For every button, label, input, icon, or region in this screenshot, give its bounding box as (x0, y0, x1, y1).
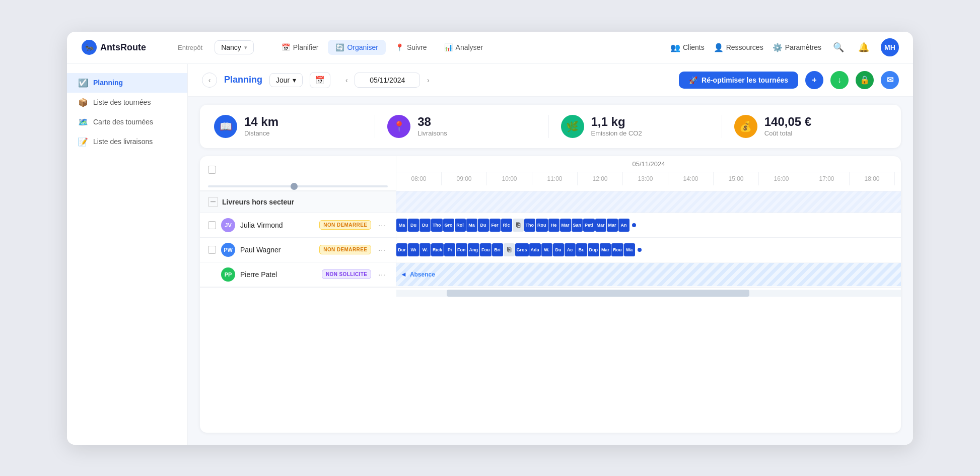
paul-avatar: PW (221, 243, 235, 257)
hours-header: 08:00 09:00 10:00 11:00 12:00 13:00 14:0… (396, 172, 901, 185)
task-chip[interactable]: Mar (595, 219, 606, 232)
task-chip[interactable]: Wa (624, 243, 635, 256)
paul-more-button[interactable]: ··· (376, 245, 388, 255)
task-chip[interactable]: Rol (455, 219, 466, 232)
header-left-cell (200, 156, 396, 183)
hour-1100: 11:00 (532, 172, 578, 185)
task-chip[interactable]: Mar (600, 243, 611, 256)
task-chip[interactable]: Gro (443, 219, 454, 232)
logo-icon: 🐜 (81, 39, 97, 55)
select-all-checkbox[interactable] (208, 166, 216, 174)
task-chip[interactable]: San (572, 219, 583, 232)
add-button[interactable]: + (805, 71, 823, 89)
list-tours-icon: 📦 (78, 98, 88, 107)
back-button[interactable]: ‹ (202, 73, 217, 88)
task-chip[interactable]: Ac (565, 243, 576, 256)
task-chip[interactable]: W. (541, 243, 552, 256)
slider-thumb[interactable] (291, 183, 298, 190)
bell-button[interactable]: 🔔 (856, 39, 872, 55)
avatar[interactable]: MH (881, 38, 899, 56)
ressources-action[interactable]: 👤 Ressources (714, 43, 763, 52)
task-chip[interactable]: Mar (607, 219, 618, 232)
task-chip[interactable]: Ma (396, 219, 407, 232)
task-chip[interactable]: Ric (501, 219, 512, 232)
hour-1400: 14:00 (668, 172, 714, 185)
prev-date-button[interactable]: ‹ (339, 73, 354, 87)
task-chip[interactable]: Du (408, 219, 419, 232)
task-chip[interactable]: Ang (468, 243, 480, 256)
task-chip[interactable]: Peti (583, 219, 595, 232)
task-chip[interactable]: Fon (456, 243, 467, 256)
sidebar-item-liste-livraisons[interactable]: 📝 Liste des livraisons (67, 132, 187, 152)
task-chip[interactable]: Fou (480, 243, 492, 256)
task-chip[interactable]: Ada (529, 243, 541, 256)
pierre-more-button[interactable]: ··· (376, 269, 388, 280)
julia-tasks: Ma Du Du Tho Gro Rol Ma Du Fer Ric (396, 218, 637, 232)
task-chip[interactable]: Pi (444, 243, 455, 256)
task-chip[interactable]: Bri (492, 243, 503, 256)
task-chip[interactable]: Fer (489, 219, 501, 232)
julia-checkbox[interactable] (208, 221, 216, 229)
page-title: Planning (224, 75, 262, 85)
reoptimize-button[interactable]: 🚀 Ré-optimiser les tournées (679, 72, 798, 89)
paul-timeline: Dur Wi W. Rick Pi Fon Ang Fou Bri ⎘ (396, 238, 901, 261)
task-chip[interactable]: Du (553, 243, 564, 256)
pierre-name: Pierre Patel (240, 270, 317, 279)
driver-left-julia: JV Julia Virmond NON DEMARREE ··· (200, 213, 396, 237)
sidebar-item-carte-tournees[interactable]: 🗺️ Carte des tournées (67, 112, 187, 132)
task-chip[interactable]: Br. (576, 243, 587, 256)
paul-checkbox[interactable] (208, 246, 216, 254)
task-chip[interactable]: Dur (396, 243, 407, 256)
julia-more-button[interactable]: ··· (376, 220, 388, 230)
scroll-thumb[interactable] (447, 290, 749, 297)
next-date-button[interactable]: › (421, 73, 435, 87)
sidebar-item-planning[interactable]: ☑️ Planning (67, 73, 187, 93)
logo[interactable]: 🐜 AntsRoute (81, 39, 162, 55)
task-chip[interactable]: Tho (431, 219, 443, 232)
hour-1200: 12:00 (578, 172, 623, 185)
date-input[interactable] (355, 73, 420, 88)
nav-link-suivre[interactable]: 📍 Suivre (388, 40, 435, 55)
task-chip[interactable]: He (548, 219, 559, 232)
nav-link-planifier[interactable]: 📅 Planifier (274, 40, 326, 55)
message-button[interactable]: ✉ (881, 71, 899, 89)
task-chip[interactable]: Mar (560, 219, 571, 232)
horizontal-scrollbar[interactable] (396, 290, 901, 297)
task-chip[interactable]: Tho (524, 219, 536, 232)
group-label: Livreurs hors secteur (222, 198, 294, 206)
task-chip[interactable]: Rou (611, 243, 623, 256)
task-chip[interactable]: Du (419, 219, 431, 232)
co2-icon: 🌿 (561, 115, 584, 138)
schedule-inner: 05/11/2024 08:00 09:00 10:00 11:00 12:00… (200, 156, 901, 433)
nav-link-analyser[interactable]: 📊 Analyser (437, 40, 491, 55)
stat-co2: 🌿 1,1 kg Emission de CO2 (548, 115, 714, 138)
sidebar-item-liste-tournees[interactable]: 📦 Liste des tournées (67, 93, 187, 112)
task-chip[interactable]: Ma (466, 219, 477, 232)
hour-1900: 19:00 (895, 172, 901, 185)
task-chip[interactable]: Du (478, 219, 489, 232)
task-chip[interactable]: Rou (536, 219, 548, 232)
topnav: 🐜 AntsRoute Entrepôt Nancy ▾ 📅 Planifier… (67, 32, 913, 64)
nav-link-organiser[interactable]: 🔄 Organiser (328, 40, 385, 55)
search-button[interactable]: 🔍 (830, 39, 847, 55)
clients-action[interactable]: 👥 Clients (670, 43, 705, 52)
zoom-slider[interactable] (208, 185, 388, 187)
task-chip[interactable]: Dup (588, 243, 600, 256)
task-chip[interactable]: An (618, 219, 629, 232)
depot-select[interactable]: Nancy ▾ (215, 40, 254, 54)
task-chip[interactable]: Rick (431, 243, 444, 256)
copy-task-icon[interactable]: ⎘ (513, 219, 524, 232)
date-nav: ‹ › (339, 73, 435, 88)
group-toggle-icon[interactable]: — (208, 197, 218, 207)
calendar-button[interactable]: 📅 (310, 72, 330, 88)
lock-button[interactable]: 🔒 (856, 71, 874, 89)
parametres-action[interactable]: ⚙️ Paramètres (773, 43, 821, 52)
paul-status: NON DEMARREE (319, 245, 371, 254)
task-chip[interactable]: Wi (408, 243, 419, 256)
copy-task-icon[interactable]: ⎘ (504, 243, 515, 256)
download-button[interactable]: ↓ (830, 71, 849, 89)
view-select[interactable]: Jour ▾ (269, 73, 303, 87)
view-current: Jour (276, 76, 290, 84)
task-chip[interactable]: W. (419, 243, 431, 256)
task-chip[interactable]: Gros (515, 243, 529, 256)
